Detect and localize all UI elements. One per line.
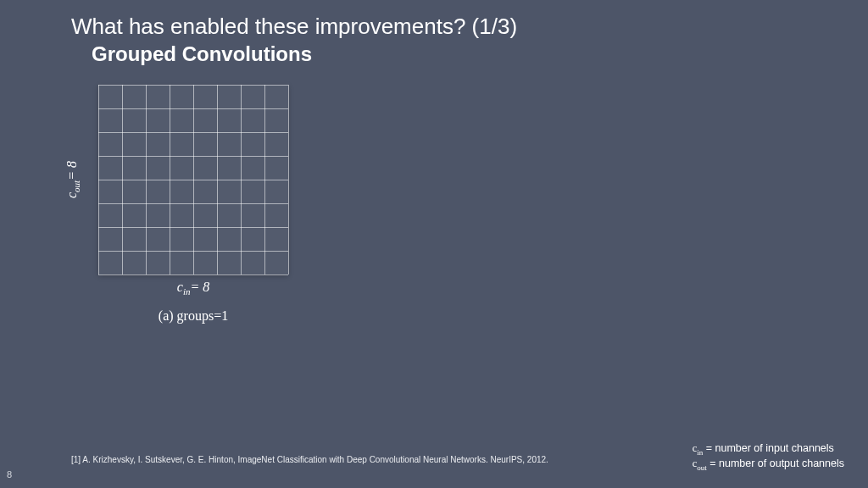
page-number: 8 <box>7 469 12 480</box>
ylabel-var: c <box>64 192 79 198</box>
citation-text: [1] A. Krizhevsky, I. Sutskever, G. E. H… <box>71 455 548 464</box>
legend-line-cin: cin = number of input channels <box>693 441 844 458</box>
legend-block: cin = number of input channels cout = nu… <box>693 441 844 473</box>
slide: What has enabled these improvements? (1/… <box>0 0 868 488</box>
legend-l2-sub: out <box>697 463 707 472</box>
slide-title: What has enabled these improvements? (1/… <box>71 14 517 40</box>
grid-hline <box>98 274 288 275</box>
legend-l1-txt: = number of input channels <box>703 442 834 454</box>
grid-hline <box>98 251 288 252</box>
grid-y-axis-label: cout= 8 <box>64 85 81 274</box>
ylabel-sub: out <box>71 180 81 192</box>
ylabel-val: = 8 <box>64 161 79 180</box>
convolution-grid <box>98 85 288 274</box>
grid-hline <box>98 227 288 228</box>
grid-hline <box>98 203 288 204</box>
legend-line-cout: cout = number of output channels <box>693 457 844 473</box>
xlabel-var: c <box>177 280 183 294</box>
grid-hline <box>98 180 288 180</box>
slide-subtitle: Grouped Convolutions <box>92 42 312 66</box>
legend-l2-txt: = number of output channels <box>707 458 844 469</box>
grid-hline <box>98 108 288 109</box>
grid-hline <box>98 156 288 157</box>
xlabel-val: = 8 <box>190 280 209 294</box>
grid-hline <box>98 132 288 133</box>
grid-hline <box>98 85 288 86</box>
grid-caption: (a) groups=1 <box>98 308 288 324</box>
grid-figure <box>98 85 288 274</box>
grid-x-axis-label: cin= 8 <box>98 280 288 297</box>
